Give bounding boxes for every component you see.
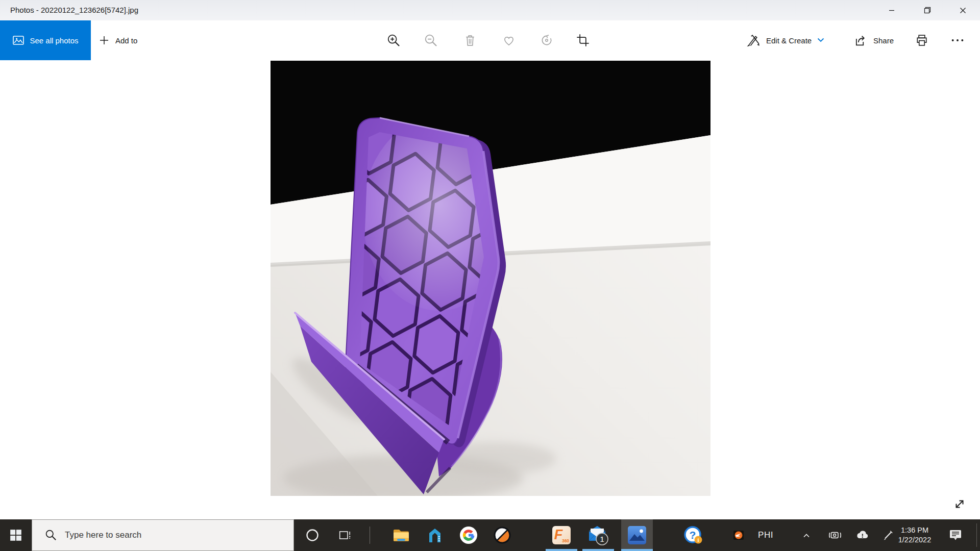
- photo-image: [271, 61, 710, 496]
- crop-icon: [576, 33, 590, 47]
- svg-text:360: 360: [562, 538, 569, 543]
- plus-icon: [98, 34, 110, 46]
- title-bar: Photos - 20220122_123626[5742].jpg: [0, 0, 980, 20]
- fusion-360-button[interactable]: F 360: [546, 519, 577, 551]
- show-desktop-button[interactable]: [976, 523, 977, 547]
- google-button[interactable]: [453, 519, 484, 551]
- cura-button[interactable]: [419, 519, 451, 551]
- chevron-up-icon: [802, 532, 811, 538]
- favorite-button[interactable]: [502, 20, 516, 60]
- hidden-icons-button[interactable]: [795, 519, 818, 551]
- taskbar: Type here to search: [0, 519, 980, 551]
- mail-button[interactable]: 1: [582, 519, 614, 551]
- zoom-in-icon: [386, 33, 401, 47]
- running-indicator-mail: [582, 549, 614, 551]
- see-more-button[interactable]: [950, 20, 965, 60]
- taskbar-separator: [370, 527, 370, 544]
- edit-create-label: Edit & Create: [766, 36, 812, 45]
- running-indicator-photos: [621, 549, 653, 551]
- mail-icon: 1: [587, 524, 609, 546]
- edit-create-button[interactable]: Edit & Create: [746, 20, 824, 60]
- crop-button[interactable]: [576, 20, 590, 60]
- svg-text:i: i: [698, 537, 699, 543]
- viewer-canvas: [0, 60, 980, 519]
- taskbar-clock[interactable]: 1:36 PM 1/22/2022: [889, 519, 940, 551]
- task-view-button[interactable]: [329, 519, 361, 551]
- photos-app-button[interactable]: [621, 519, 653, 551]
- chevron-down-icon: [817, 38, 824, 43]
- zoom-in-button[interactable]: [386, 20, 401, 60]
- restore-button[interactable]: [916, 0, 939, 20]
- share-icon: [853, 33, 868, 47]
- print-button[interactable]: [915, 20, 929, 60]
- cura-icon: [426, 527, 444, 544]
- edit-pencils-icon: [746, 33, 761, 47]
- meet-now-camera-icon: [828, 528, 842, 542]
- get-help-icon: ? i: [683, 525, 703, 545]
- task-view-icon: [338, 529, 352, 542]
- see-more-icon: [950, 33, 965, 47]
- onedrive-button[interactable]: [850, 519, 875, 551]
- share-label: Share: [873, 36, 894, 45]
- heart-icon: [502, 33, 516, 47]
- clock-date: 1/22/2022: [898, 535, 932, 545]
- share-button[interactable]: Share: [853, 20, 894, 60]
- orange-circle-app-icon: [493, 526, 511, 544]
- cortana-button[interactable]: [297, 519, 328, 551]
- minimize-button[interactable]: [880, 0, 903, 20]
- meet-now-button[interactable]: [823, 519, 847, 551]
- cortana-icon: [305, 528, 320, 542]
- diagonal-resize-icon: [952, 497, 967, 511]
- trash-icon: [463, 33, 477, 47]
- taskbar-search-input[interactable]: Type here to search: [32, 519, 294, 551]
- add-to-label: Add to: [115, 36, 137, 45]
- rotate-icon: [540, 33, 554, 47]
- zoom-out-button[interactable]: [424, 20, 438, 60]
- add-to-button[interactable]: Add to: [98, 20, 137, 60]
- windows-start-icon: [9, 529, 22, 542]
- photos-grid-icon: [12, 34, 24, 46]
- window-title: Photos - 20220122_123626[5742].jpg: [10, 0, 138, 20]
- action-center-button[interactable]: [942, 519, 969, 551]
- close-icon: [960, 7, 966, 14]
- onedrive-alert-cloud-icon: [855, 528, 870, 542]
- minimize-icon: [889, 7, 895, 13]
- search-icon: [44, 529, 58, 542]
- phi-team-icon: [733, 530, 744, 540]
- action-center-icon: [949, 529, 962, 542]
- get-help-button[interactable]: ? i: [677, 519, 709, 551]
- fusion-360-icon: F 360: [552, 525, 571, 545]
- tray-region-label: PHI: [758, 530, 773, 540]
- see-all-photos-label: See all photos: [30, 36, 78, 45]
- running-indicator-fusion: [546, 549, 577, 551]
- close-button[interactable]: [951, 0, 974, 20]
- file-explorer-button[interactable]: [385, 519, 417, 551]
- zoom-out-icon: [424, 33, 438, 47]
- tray-region-button[interactable]: PHI: [749, 519, 782, 551]
- rotate-button[interactable]: [540, 20, 554, 60]
- search-placeholder: Type here to search: [65, 530, 141, 540]
- printer-icon: [915, 33, 929, 47]
- fullscreen-expand-button[interactable]: [950, 495, 969, 513]
- photos-app-window: Photos - 20220122_123626[5742].jpg S: [0, 0, 980, 551]
- phi-team-tray-button[interactable]: [731, 519, 746, 551]
- start-button[interactable]: [0, 519, 32, 551]
- orange-circle-app-button[interactable]: [486, 519, 518, 551]
- clock-time: 1:36 PM: [901, 525, 928, 535]
- see-all-photos-button[interactable]: See all photos: [0, 20, 91, 60]
- file-explorer-icon: [393, 527, 410, 544]
- photos-app-icon: [627, 525, 647, 545]
- restore-icon: [924, 7, 931, 14]
- svg-text:1: 1: [600, 535, 604, 543]
- google-icon: [459, 526, 478, 544]
- delete-button[interactable]: [463, 20, 477, 60]
- command-bar: See all photos Add to: [0, 20, 980, 60]
